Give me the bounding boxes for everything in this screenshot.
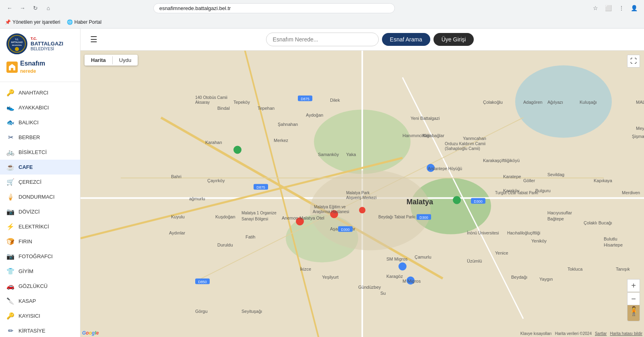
svg-point-4 xyxy=(15,47,19,51)
svg-text:Meyda: Meyda xyxy=(636,126,644,131)
sidebar-item-cafe[interactable]: ☕ CAFE xyxy=(0,160,80,175)
esnafim-logo: Esnafım nerede xyxy=(6,58,45,77)
svg-text:Sanayi Bölgesi: Sanayi Bölgesi xyxy=(242,217,268,221)
refresh-button[interactable]: ↻ xyxy=(31,3,40,13)
forward-button[interactable]: → xyxy=(18,3,27,13)
search-input[interactable] xyxy=(266,33,379,46)
logo-container: T.C. BATTALGAZI BELEDİYESİ T.C. BATTALGA… xyxy=(6,33,63,54)
sidebar-item-anahtarci[interactable]: 🔑 ANAHTARCI xyxy=(0,85,80,100)
menu-icon-1: 👟 xyxy=(6,104,14,111)
sidebar-item-berber[interactable]: ✂ BERBER xyxy=(0,130,80,145)
map-fullscreen-button[interactable]: ⛶ xyxy=(627,55,640,68)
app-container: T.C. BATTALGAZI BELEDİYESİ T.C. BATTALGA… xyxy=(0,29,644,337)
battalgazi-logo-circle: T.C. BATTALGAZI BELEDİYESİ xyxy=(6,33,27,54)
map-data-attribution: Klavye kısayolları Harita verileri ©2024… xyxy=(520,331,642,336)
svg-text:Malatya: Malatya xyxy=(407,198,433,206)
map-background: Malatya Dilek Yeni Battalgazi Aydoğan Te… xyxy=(80,51,644,337)
sidebar-item-g-zl-kc-[interactable]: 🚗 GÖZLÜKCÜ xyxy=(0,279,80,294)
svg-text:Göller: Göller xyxy=(523,178,535,183)
menu-icon-11: 📷 xyxy=(6,253,14,260)
esnaf-arama-button[interactable]: Esnaf Arama xyxy=(382,33,430,46)
menu-icon-0: 🔑 xyxy=(6,89,14,97)
svg-text:Bindal: Bindal xyxy=(217,106,230,111)
sidebar-item-ki-rtasi-ye[interactable]: ✏ KİRTASİYE xyxy=(0,323,80,337)
svg-text:Karagöz: Karagöz xyxy=(386,274,403,279)
profile-button[interactable]: 👤 xyxy=(630,3,639,13)
menu-button[interactable]: ⋮ xyxy=(617,3,626,13)
sidebar-item-ayakkabici[interactable]: 👟 AYAKKABICI xyxy=(0,100,80,115)
map-container[interactable]: Malatya Dilek Yeni Battalgazi Aydoğan Te… xyxy=(80,51,644,337)
sidebar-item-foto-rafci[interactable]: 📷 FOTOĞRAFCI xyxy=(0,249,80,264)
svg-rect-7 xyxy=(11,68,13,70)
zoom-in-button[interactable]: + xyxy=(627,279,640,292)
sidebar-menu: 🔑 ANAHTARCI 👟 AYAKKABICI 🐟 BALIKCI ✂ BER… xyxy=(0,82,80,337)
svg-text:Gündüzbey: Gündüzbey xyxy=(358,285,381,290)
menu-label-12: GİYİM xyxy=(19,268,33,274)
menu-icon-16: ✏ xyxy=(6,327,14,335)
svg-text:Karahan: Karahan xyxy=(205,140,222,145)
logo-battalgazi: BATTALGAZI xyxy=(31,41,63,47)
svg-text:ağmurlu: ağmurlu xyxy=(189,196,205,201)
bookmark-yonetilen-label: Yönetilen yer işaretleri xyxy=(12,19,60,25)
menu-label-1: AYAKKABICI xyxy=(19,105,49,111)
uye-girisi-button[interactable]: Üye Girişi xyxy=(433,33,474,46)
svg-point-24 xyxy=(359,207,365,214)
main-content: ☰ Esnaf Arama Üye Girişi xyxy=(80,29,644,337)
tab-harita[interactable]: Harita xyxy=(85,55,112,66)
svg-text:Seyituşağı: Seyituşağı xyxy=(242,309,262,314)
sidebar-item-balikci[interactable]: 🐟 BALIKCI xyxy=(0,115,80,130)
bookmark-haber[interactable]: 🌐 Haber Portal xyxy=(67,19,101,25)
sidebar-item-bi-si-kletci-[interactable]: 🚲 BİSİKLETCİ xyxy=(0,145,80,160)
svg-text:SM Migros: SM Migros xyxy=(386,257,408,261)
sidebar-item-elektri-kci-[interactable]: ⚡ ELEKTRİKCİ xyxy=(0,219,80,234)
back-button[interactable]: ← xyxy=(5,3,14,13)
svg-text:İkizce: İkizce xyxy=(300,267,311,271)
search-container: Esnaf Arama Üye Girişi xyxy=(266,33,474,46)
svg-text:Bulutlu: Bulutlu xyxy=(604,236,617,241)
svg-text:MALATYA: MALATYA xyxy=(636,100,644,105)
star-button[interactable]: ☆ xyxy=(591,3,601,13)
svg-text:Malatya Park: Malatya Park xyxy=(346,191,370,195)
bookmark-haber-icon: 🌐 xyxy=(67,19,73,25)
esnafim-icon xyxy=(6,62,18,73)
sidebar-item-kasap[interactable]: 🔪 KASAP xyxy=(0,294,80,308)
svg-text:Görgu: Görgu xyxy=(195,309,208,314)
svg-text:Kuşdoğan: Kuşdoğan xyxy=(215,214,235,219)
hamburger-button[interactable]: ☰ xyxy=(89,33,99,46)
svg-text:Hisartepe: Hisartepe xyxy=(604,242,623,247)
menu-label-4: BİSİKLETCİ xyxy=(19,149,47,155)
svg-text:M Migros: M Migros xyxy=(402,279,421,284)
extensions-button[interactable]: ⬜ xyxy=(604,3,613,13)
sidebar-item--erezci-[interactable]: 🛒 ÇEREZCİ xyxy=(0,175,80,189)
sidebar-item-kayisici[interactable]: 🔑 KAYISICI xyxy=(0,308,80,323)
sidebar-item-dondurmaci[interactable]: 🍦 DONDURMACI xyxy=(0,189,80,204)
home-button[interactable]: ⌂ xyxy=(43,3,53,13)
tab-uydu[interactable]: Uydu xyxy=(113,55,138,66)
svg-text:Yanmcahan: Yanmcahan xyxy=(463,136,486,141)
sidebar-item-firin[interactable]: 🍞 FIRIN xyxy=(0,234,80,249)
sartlar[interactable]: Şartlar xyxy=(595,331,607,336)
svg-text:Adagören: Adagören xyxy=(523,100,543,105)
svg-text:Orduzu Kaldırım Camii: Orduzu Kaldırım Camii xyxy=(445,142,485,146)
svg-text:Aksaray: Aksaray xyxy=(195,100,210,105)
address-bar[interactable]: esnafimnerede.battalgazi.bel.tr xyxy=(153,3,395,13)
klavye-kisayollari: Klavye kısayolları xyxy=(520,331,552,336)
svg-text:Şahnahan: Şahnahan xyxy=(278,122,298,127)
sidebar-item-d-vi-zci-[interactable]: 📷 DÖVİZCİ xyxy=(0,204,80,219)
esnafim-text-group: Esnafım nerede xyxy=(20,60,45,74)
menu-label-8: DÖVİZCİ xyxy=(19,209,40,215)
svg-point-29 xyxy=(233,146,242,154)
svg-text:Ağılyazı: Ağılyazı xyxy=(547,100,563,105)
svg-text:Malatya 1 Organize: Malatya 1 Organize xyxy=(242,211,277,215)
menu-icon-6: 🛒 xyxy=(6,178,14,186)
zoom-out-button[interactable]: − xyxy=(627,292,640,305)
svg-text:Tepeköy: Tepeköy xyxy=(233,100,250,105)
sidebar-item-gi-yi-m[interactable]: 👕 GİYİM xyxy=(0,264,80,279)
menu-icon-15: 🔑 xyxy=(6,312,14,320)
svg-text:Yeniköy: Yeniköy xyxy=(531,238,547,243)
svg-text:Yaka: Yaka xyxy=(346,152,356,157)
harita-hata[interactable]: Harita hatası bildir xyxy=(610,331,642,336)
svg-text:T.C.: T.C. xyxy=(15,38,19,41)
menu-icon-12: 👕 xyxy=(6,267,14,275)
bookmark-yonetilen[interactable]: 📌 Yönetilen yer işaretleri xyxy=(5,19,60,25)
